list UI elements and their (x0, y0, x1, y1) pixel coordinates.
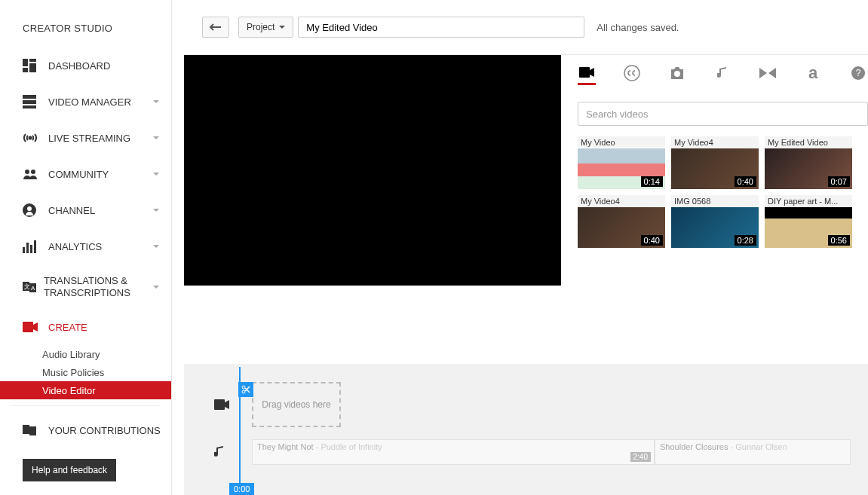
tab-photos[interactable] (668, 64, 686, 82)
cc-icon (624, 65, 640, 81)
svg-rect-14 (30, 245, 32, 253)
save-status: All changes saved. (597, 22, 679, 33)
audio-clip[interactable]: They Might Not - Puddle of Infinity2:40 (252, 439, 655, 465)
sidebar-item-label: CHANNEL (48, 205, 95, 216)
divider (11, 405, 161, 406)
video-title-input[interactable] (298, 17, 584, 38)
thumb-title: My Edited Video (765, 136, 852, 148)
sidebar-item-dashboard[interactable]: DASHBOARD (0, 47, 171, 84)
svg-rect-20 (29, 426, 36, 435)
thumb-title: IMG 0568 (671, 195, 759, 207)
tool-tabs: a ? (578, 64, 868, 88)
thumb-duration: 0:14 (641, 176, 663, 187)
svg-rect-21 (579, 67, 590, 78)
video-thumbnail-grid: My Video0:14My Video40:40My Edited Video… (578, 136, 868, 248)
svg-point-11 (27, 206, 32, 211)
tab-cc[interactable] (623, 64, 641, 82)
sidebar-item-channel[interactable]: CHANNEL (0, 192, 171, 228)
sidebar-item-translations[interactable]: 文A TRANSLATIONS & TRANSCRIPTIONS (0, 264, 171, 309)
video-thumbnail[interactable]: DIY paper art - M...0:56 (765, 195, 852, 248)
video-manager-icon (23, 94, 41, 109)
chevron-down-icon (152, 242, 161, 251)
sidebar-item-create[interactable]: CREATE (0, 309, 171, 345)
chevron-down-icon (152, 206, 161, 215)
svg-point-9 (31, 170, 35, 174)
svg-rect-18 (23, 322, 33, 332)
svg-text:A: A (31, 285, 35, 292)
sidebar-item-label: DASHBOARD (48, 60, 110, 72)
community-icon (23, 167, 41, 182)
svg-rect-12 (23, 247, 25, 253)
channel-icon (23, 203, 41, 218)
scissors-icon (241, 385, 250, 394)
video-preview[interactable] (184, 55, 561, 286)
transition-icon (759, 68, 776, 78)
sidebar-item-live-streaming[interactable]: LIVE STREAMING (0, 120, 171, 156)
playhead[interactable] (239, 367, 241, 484)
thumb-duration: 0:28 (735, 235, 756, 246)
video-thumbnail[interactable]: My Video40:40 (671, 136, 759, 189)
chevron-down-icon (152, 133, 161, 142)
sidebar-item-label: CREATE (48, 322, 87, 333)
audio-track[interactable]: They Might Not - Puddle of Infinity2:40S… (252, 439, 853, 465)
translate-icon: 文A (23, 280, 36, 295)
sidebar-item-community[interactable]: COMMUNITY (0, 156, 171, 192)
video-thumbnail[interactable]: IMG 05680:28 (671, 195, 759, 248)
svg-rect-5 (23, 100, 36, 104)
svg-point-7 (29, 137, 32, 139)
sidebar-sub-video-editor[interactable]: Video Editor (0, 381, 171, 399)
search-placeholder: Search videos (586, 108, 648, 120)
playhead-time: 0:00 (229, 483, 254, 495)
search-input[interactable]: Search videos (578, 102, 868, 126)
thumb-title: My Video (578, 136, 665, 148)
video-icon (579, 67, 594, 78)
video-track-icon (214, 399, 231, 410)
video-thumbnail[interactable]: My Video40:40 (578, 195, 665, 248)
sidebar-item-analytics[interactable]: ANALYTICS (0, 228, 171, 264)
sidebar-item-contributions[interactable]: YOUR CONTRIBUTIONS (0, 412, 171, 448)
creator-studio-title: CREATOR STUDIO (0, 0, 171, 47)
sidebar-item-video-manager[interactable]: VIDEO MANAGER (0, 84, 171, 120)
tab-text[interactable]: a (804, 64, 822, 82)
svg-point-8 (25, 170, 29, 174)
help-feedback-button[interactable]: Help and feedback (23, 459, 116, 481)
tab-transitions[interactable] (759, 64, 777, 82)
sidebar-sub-music-policies[interactable]: Music Policies (0, 363, 171, 381)
audio-track-icon (214, 445, 231, 459)
tab-audio[interactable] (713, 64, 732, 82)
audio-clip[interactable]: Shoulder Closures - Gunnar Olsen (655, 439, 851, 465)
svg-rect-15 (34, 240, 36, 253)
svg-rect-4 (23, 95, 36, 99)
text-icon: a (808, 63, 817, 83)
caret-down-icon (279, 24, 285, 30)
svg-text:文: 文 (24, 283, 30, 290)
chevron-down-icon (152, 170, 161, 179)
video-thumbnail[interactable]: My Video0:14 (578, 136, 665, 189)
thumb-title: My Video4 (578, 195, 665, 207)
thumb-duration: 0:56 (828, 235, 850, 246)
sidebar-sub-audio-library[interactable]: Audio Library (0, 345, 171, 363)
contributions-icon (23, 423, 41, 438)
thumb-title: My Video4 (671, 136, 759, 148)
video-drop-zone[interactable]: Drag videos here (252, 382, 341, 427)
create-icon (23, 319, 41, 335)
svg-rect-1 (29, 59, 36, 62)
svg-text:?: ? (856, 68, 861, 78)
sidebar-item-label: VIDEO MANAGER (48, 96, 131, 108)
camera-icon (670, 67, 685, 79)
svg-rect-19 (23, 425, 29, 434)
chevron-down-icon (152, 283, 161, 292)
project-dropdown[interactable]: Project (238, 17, 293, 38)
project-label: Project (247, 22, 275, 32)
tab-help[interactable]: ? (849, 64, 867, 82)
live-icon (23, 130, 41, 145)
back-button[interactable] (202, 17, 229, 38)
video-thumbnail[interactable]: My Edited Video0:07 (765, 136, 852, 189)
help-icon: ? (851, 66, 865, 80)
thumb-duration: 0:40 (641, 235, 663, 246)
tab-video[interactable] (578, 67, 596, 85)
timeline: 0:00 Drag videos here They Might Not - P… (184, 364, 868, 495)
cut-button[interactable] (238, 382, 253, 397)
thumb-title: DIY paper art - M... (765, 195, 852, 207)
dashboard-icon (23, 58, 41, 73)
